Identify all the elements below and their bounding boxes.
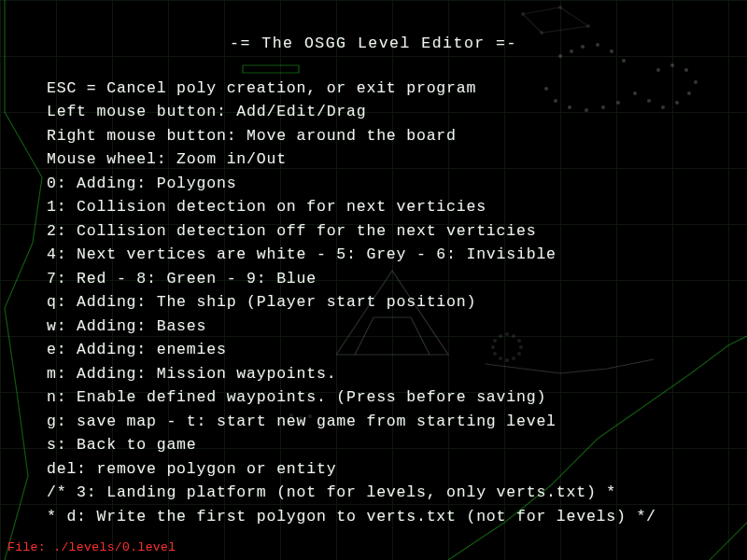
help-line: Right mouse button: Move around the boar… (47, 124, 700, 148)
help-line: ESC = Cancel poly creation, or exit prog… (47, 77, 700, 101)
file-status-path: ./levels/0.level (53, 540, 176, 554)
help-line: 2: Collision detection off for the next … (47, 219, 700, 244)
help-line: 0: Adding: Polygons (47, 172, 700, 196)
help-line: 1: Collision detection on for next verti… (47, 195, 700, 219)
help-title: -= The OSGG Level Editor =- (47, 32, 700, 56)
help-lines: ESC = Cancel poly creation, or exit prog… (47, 77, 700, 529)
help-line: Mouse wheel: Zoom in/Out (47, 147, 700, 172)
help-line: Left mouse button: Add/Edit/Drag (47, 100, 700, 124)
help-line: m: Adding: Mission waypoints. (47, 362, 700, 386)
help-line: /* 3: Landing platform (not for levels, … (47, 481, 700, 505)
help-line: * d: Write the first polygon to verts.tx… (47, 505, 700, 529)
help-line: e: Adding: enemies (47, 338, 700, 362)
help-line: g: save map - t: start new game from sta… (47, 410, 700, 434)
help-line: 4: Next vertices are white - 5: Grey - 6… (47, 243, 700, 267)
editor-viewport[interactable]: -= The OSGG Level Editor =- ESC = Cancel… (0, 0, 747, 560)
help-line: 7: Red - 8: Green - 9: Blue (47, 267, 700, 291)
help-line: n: Enable defined waypoints. (Press befo… (47, 385, 700, 410)
help-line: del: remove polygon or entity (47, 457, 700, 482)
help-line: w: Adding: Bases (47, 315, 700, 339)
file-status: File: ./levels/0.level (7, 540, 176, 554)
help-line: s: Back to game (47, 433, 700, 457)
help-line: q: Adding: The ship (Player start positi… (47, 290, 700, 315)
file-status-prefix: File: (7, 540, 53, 554)
help-overlay: -= The OSGG Level Editor =- ESC = Cancel… (0, 0, 747, 560)
